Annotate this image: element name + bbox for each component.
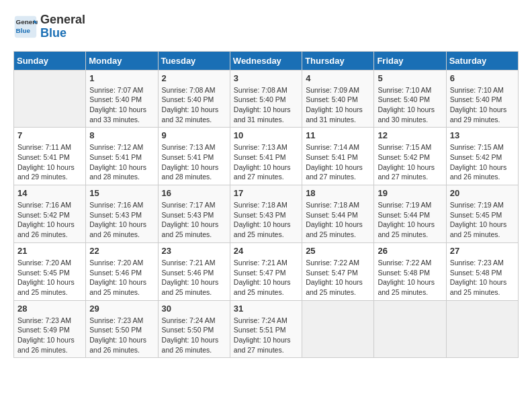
- day-info: Sunrise: 7:10 AM Sunset: 5:40 PM Dayligh…: [450, 85, 515, 125]
- calendar-cell: 24Sunrise: 7:21 AM Sunset: 5:47 PM Dayli…: [230, 242, 302, 300]
- day-number: 26: [378, 246, 442, 256]
- calendar-cell: 10Sunrise: 7:13 AM Sunset: 5:41 PM Dayli…: [230, 128, 302, 185]
- day-number: 9: [162, 130, 226, 140]
- day-info: Sunrise: 7:11 AM Sunset: 5:41 PM Dayligh…: [17, 142, 82, 182]
- calendar-cell: 15Sunrise: 7:16 AM Sunset: 5:43 PM Dayli…: [86, 185, 158, 243]
- day-info: Sunrise: 7:20 AM Sunset: 5:45 PM Dayligh…: [17, 258, 82, 298]
- day-number: 29: [89, 304, 154, 314]
- day-number: 19: [378, 188, 442, 198]
- day-header-saturday: Saturday: [446, 51, 518, 70]
- day-info: Sunrise: 7:19 AM Sunset: 5:44 PM Dayligh…: [378, 200, 442, 240]
- day-number: 23: [162, 246, 226, 256]
- calendar-cell: 2Sunrise: 7:08 AM Sunset: 5:40 PM Daylig…: [158, 70, 230, 128]
- calendar-cell: 13Sunrise: 7:15 AM Sunset: 5:42 PM Dayli…: [446, 128, 518, 185]
- day-info: Sunrise: 7:15 AM Sunset: 5:42 PM Dayligh…: [378, 142, 442, 182]
- calendar-cell: [302, 300, 374, 358]
- day-info: Sunrise: 7:23 AM Sunset: 5:50 PM Dayligh…: [89, 316, 154, 355]
- day-number: 22: [89, 246, 154, 256]
- calendar-week-1: 1Sunrise: 7:07 AM Sunset: 5:40 PM Daylig…: [14, 70, 519, 128]
- calendar-cell: [446, 300, 518, 358]
- calendar-cell: 23Sunrise: 7:21 AM Sunset: 5:46 PM Dayli…: [158, 242, 230, 300]
- logo-text: General Blue: [40, 13, 85, 40]
- day-info: Sunrise: 7:13 AM Sunset: 5:41 PM Dayligh…: [234, 142, 298, 182]
- day-number: 16: [162, 188, 226, 198]
- logo-icon: General Blue: [13, 15, 38, 39]
- calendar-cell: 7Sunrise: 7:11 AM Sunset: 5:41 PM Daylig…: [14, 128, 86, 185]
- day-info: Sunrise: 7:10 AM Sunset: 5:40 PM Dayligh…: [378, 85, 442, 125]
- calendar-week-5: 28Sunrise: 7:23 AM Sunset: 5:49 PM Dayli…: [14, 300, 519, 358]
- calendar-cell: 19Sunrise: 7:19 AM Sunset: 5:44 PM Dayli…: [374, 185, 446, 243]
- calendar-cell: 9Sunrise: 7:13 AM Sunset: 5:41 PM Daylig…: [158, 128, 230, 185]
- calendar-cell: 6Sunrise: 7:10 AM Sunset: 5:40 PM Daylig…: [446, 70, 518, 128]
- calendar-cell: 25Sunrise: 7:22 AM Sunset: 5:47 PM Dayli…: [302, 242, 374, 300]
- day-number: 15: [89, 188, 154, 198]
- calendar-cell: 14Sunrise: 7:16 AM Sunset: 5:42 PM Dayli…: [14, 185, 86, 243]
- calendar-cell: 11Sunrise: 7:14 AM Sunset: 5:41 PM Dayli…: [302, 128, 374, 185]
- day-info: Sunrise: 7:20 AM Sunset: 5:46 PM Dayligh…: [89, 258, 154, 298]
- calendar-cell: 12Sunrise: 7:15 AM Sunset: 5:42 PM Dayli…: [374, 128, 446, 185]
- calendar-cell: 8Sunrise: 7:12 AM Sunset: 5:41 PM Daylig…: [86, 128, 158, 185]
- day-info: Sunrise: 7:22 AM Sunset: 5:47 PM Dayligh…: [306, 258, 370, 298]
- day-number: 2: [162, 73, 226, 83]
- calendar-cell: 30Sunrise: 7:24 AM Sunset: 5:50 PM Dayli…: [158, 300, 230, 358]
- calendar-cell: 1Sunrise: 7:07 AM Sunset: 5:40 PM Daylig…: [86, 70, 158, 128]
- day-info: Sunrise: 7:21 AM Sunset: 5:47 PM Dayligh…: [234, 258, 298, 298]
- calendar-cell: 20Sunrise: 7:19 AM Sunset: 5:45 PM Dayli…: [446, 185, 518, 243]
- day-info: Sunrise: 7:21 AM Sunset: 5:46 PM Dayligh…: [162, 258, 226, 298]
- day-number: 4: [306, 73, 370, 83]
- day-number: 21: [17, 246, 82, 256]
- day-number: 1: [89, 73, 154, 83]
- day-info: Sunrise: 7:07 AM Sunset: 5:40 PM Dayligh…: [89, 85, 154, 125]
- day-number: 20: [450, 188, 515, 198]
- calendar-cell: 17Sunrise: 7:18 AM Sunset: 5:43 PM Dayli…: [230, 185, 302, 243]
- day-info: Sunrise: 7:23 AM Sunset: 5:49 PM Dayligh…: [17, 316, 82, 355]
- calendar-cell: 26Sunrise: 7:22 AM Sunset: 5:48 PM Dayli…: [374, 242, 446, 300]
- calendar-cell: 29Sunrise: 7:23 AM Sunset: 5:50 PM Dayli…: [86, 300, 158, 358]
- day-info: Sunrise: 7:08 AM Sunset: 5:40 PM Dayligh…: [162, 85, 226, 125]
- day-header-sunday: Sunday: [14, 51, 86, 70]
- day-number: 7: [17, 130, 82, 140]
- day-info: Sunrise: 7:15 AM Sunset: 5:42 PM Dayligh…: [450, 142, 515, 182]
- calendar-cell: [374, 300, 446, 358]
- day-info: Sunrise: 7:24 AM Sunset: 5:51 PM Dayligh…: [234, 316, 298, 355]
- calendar-cell: 5Sunrise: 7:10 AM Sunset: 5:40 PM Daylig…: [374, 70, 446, 128]
- calendar-table: SundayMondayTuesdayWednesdayThursdayFrid…: [13, 51, 519, 359]
- logo: General Blue General Blue: [13, 13, 85, 40]
- day-number: 18: [306, 188, 370, 198]
- day-number: 30: [162, 304, 226, 314]
- calendar-week-4: 21Sunrise: 7:20 AM Sunset: 5:45 PM Dayli…: [14, 242, 519, 300]
- calendar-week-3: 14Sunrise: 7:16 AM Sunset: 5:42 PM Dayli…: [14, 185, 519, 243]
- day-header-wednesday: Wednesday: [230, 51, 302, 70]
- day-info: Sunrise: 7:14 AM Sunset: 5:41 PM Dayligh…: [306, 142, 370, 182]
- day-info: Sunrise: 7:24 AM Sunset: 5:50 PM Dayligh…: [162, 316, 226, 355]
- day-number: 27: [450, 246, 515, 256]
- day-info: Sunrise: 7:18 AM Sunset: 5:44 PM Dayligh…: [306, 200, 370, 240]
- day-info: Sunrise: 7:12 AM Sunset: 5:41 PM Dayligh…: [89, 142, 154, 182]
- day-number: 8: [89, 130, 154, 140]
- day-header-tuesday: Tuesday: [158, 51, 230, 70]
- day-number: 17: [234, 188, 298, 198]
- day-number: 11: [306, 130, 370, 140]
- page-header: General Blue General Blue: [13, 13, 519, 40]
- day-info: Sunrise: 7:22 AM Sunset: 5:48 PM Dayligh…: [378, 258, 442, 298]
- calendar-cell: 18Sunrise: 7:18 AM Sunset: 5:44 PM Dayli…: [302, 185, 374, 243]
- day-number: 24: [234, 246, 298, 256]
- calendar-week-2: 7Sunrise: 7:11 AM Sunset: 5:41 PM Daylig…: [14, 128, 519, 185]
- day-info: Sunrise: 7:13 AM Sunset: 5:41 PM Dayligh…: [162, 142, 226, 182]
- day-info: Sunrise: 7:16 AM Sunset: 5:42 PM Dayligh…: [17, 200, 82, 240]
- calendar-cell: 3Sunrise: 7:08 AM Sunset: 5:40 PM Daylig…: [230, 70, 302, 128]
- day-number: 31: [234, 304, 298, 314]
- day-info: Sunrise: 7:17 AM Sunset: 5:43 PM Dayligh…: [162, 200, 226, 240]
- calendar-cell: 21Sunrise: 7:20 AM Sunset: 5:45 PM Dayli…: [14, 242, 86, 300]
- calendar-cell: 16Sunrise: 7:17 AM Sunset: 5:43 PM Dayli…: [158, 185, 230, 243]
- svg-text:Blue: Blue: [16, 27, 31, 34]
- calendar-cell: 4Sunrise: 7:09 AM Sunset: 5:40 PM Daylig…: [302, 70, 374, 128]
- day-info: Sunrise: 7:16 AM Sunset: 5:43 PM Dayligh…: [89, 200, 154, 240]
- day-number: 28: [17, 304, 82, 314]
- day-header-monday: Monday: [86, 51, 158, 70]
- calendar-header-row: SundayMondayTuesdayWednesdayThursdayFrid…: [14, 51, 519, 70]
- day-info: Sunrise: 7:08 AM Sunset: 5:40 PM Dayligh…: [234, 85, 298, 125]
- day-number: 25: [306, 246, 370, 256]
- day-info: Sunrise: 7:18 AM Sunset: 5:43 PM Dayligh…: [234, 200, 298, 240]
- day-number: 10: [234, 130, 298, 140]
